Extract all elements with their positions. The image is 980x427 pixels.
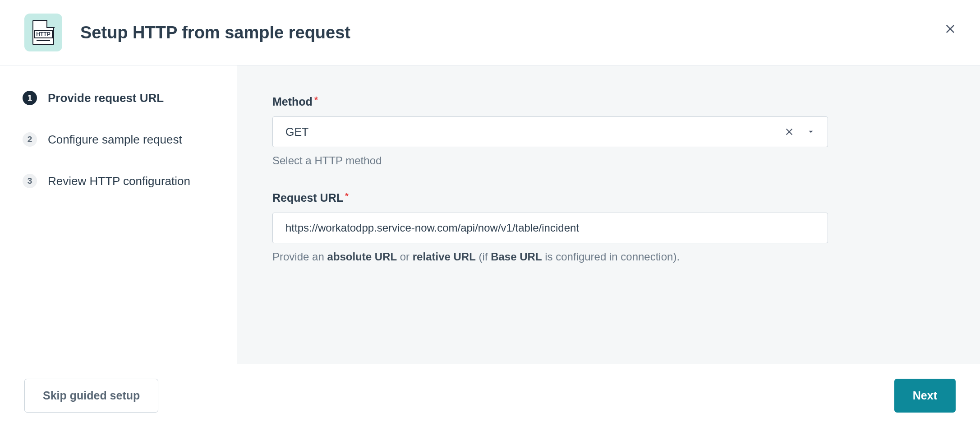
request-url-label: Request URL* <box>272 191 828 204</box>
next-button[interactable]: Next <box>894 379 956 413</box>
method-label: Method* <box>272 95 828 108</box>
close-icon <box>944 23 957 35</box>
close-button[interactable] <box>944 23 957 36</box>
skip-guided-setup-button[interactable]: Skip guided setup <box>24 379 158 413</box>
page-title: Setup HTTP from sample request <box>80 23 350 42</box>
step-provide-request-url[interactable]: 1 Provide request URL <box>23 91 214 105</box>
body: 1 Provide request URL 2 Configure sample… <box>0 65 980 364</box>
chevron-down-icon <box>807 128 815 136</box>
step-label: Provide request URL <box>48 91 164 105</box>
method-selected-value: GET <box>285 125 784 139</box>
clear-method-button[interactable] <box>784 127 794 137</box>
step-number: 3 <box>23 174 37 188</box>
header: HTTP Setup HTTP from sample request <box>0 0 980 65</box>
method-field: Method* GET Select a HTTP method <box>272 95 828 167</box>
required-indicator: * <box>314 95 318 105</box>
close-icon <box>784 127 794 137</box>
required-indicator: * <box>345 191 349 201</box>
step-number: 1 <box>23 91 37 105</box>
method-select[interactable]: GET <box>272 116 828 147</box>
request-url-field: Request URL* Provide an absolute URL or … <box>272 191 828 263</box>
step-label: Configure sample request <box>48 133 182 147</box>
dropdown-arrow[interactable] <box>807 128 815 136</box>
request-url-input[interactable] <box>272 213 828 243</box>
request-url-helper: Provide an absolute URL or relative URL … <box>272 251 828 263</box>
method-helper: Select a HTTP method <box>272 154 828 167</box>
step-configure-sample-request[interactable]: 2 Configure sample request <box>23 132 214 147</box>
http-icon-badge: HTTP <box>34 30 52 38</box>
footer: Skip guided setup Next <box>0 364 980 427</box>
steps-sidebar: 1 Provide request URL 2 Configure sample… <box>0 65 237 364</box>
step-label: Review HTTP configuration <box>48 174 190 188</box>
http-app-icon: HTTP <box>24 14 62 51</box>
step-number: 2 <box>23 132 37 147</box>
step-review-http-configuration[interactable]: 3 Review HTTP configuration <box>23 174 214 188</box>
main-form: Method* GET Select a HTTP method <box>237 65 980 364</box>
